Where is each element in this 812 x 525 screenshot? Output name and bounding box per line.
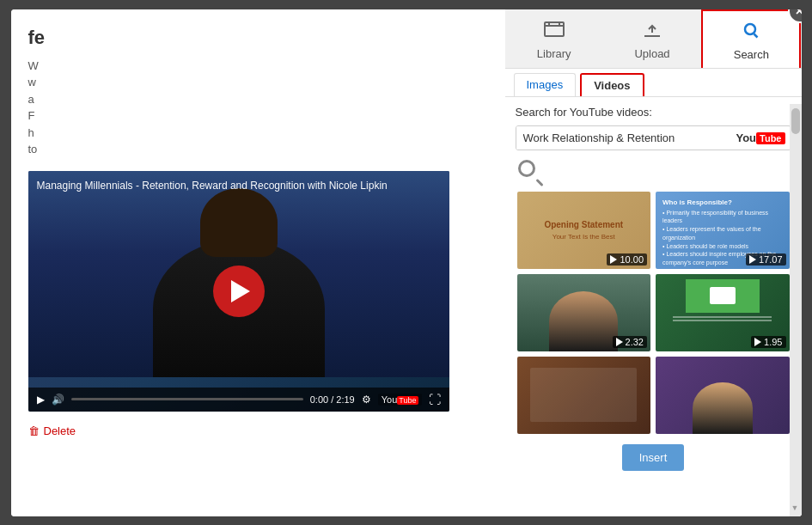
thumb4-logo [686,279,760,313]
svg-rect-0 [545,22,564,36]
play-icon [749,255,756,264]
volume-button[interactable]: 🔊 [52,394,64,406]
modal-overlay: × fe WwaFhto Managing Millennials - Rete… [0,0,812,525]
delete-button[interactable]: 🗑 Delete [28,424,488,437]
tab-bar: Library Upload [505,9,802,69]
video-result-5[interactable] [517,357,651,434]
thumb1-text2: Your Text Is the Best [553,233,615,241]
right-panel: Library Upload [505,9,802,516]
play-pause-button[interactable]: ▶ [37,394,45,406]
svg-point-1 [745,24,755,34]
insert-button[interactable]: Insert [622,444,685,471]
thumb6-person [693,382,753,434]
content-tabs: Images Videos [505,69,802,97]
fullscreen-button[interactable]: ⛶ [429,393,441,406]
video-result-6[interactable] [656,357,790,434]
video-controls: ▶ 🔊 0:00 / 2:19 ⚙ YouTube ⛶ [28,388,449,412]
video-player: Managing Millennials - Retention, Reward… [28,171,449,412]
settings-button[interactable]: ⚙ [362,394,371,406]
results-area: Opening Statement Your Text Is the Best … [516,188,791,508]
left-panel: fe WwaFhto Managing Millennials - Retent… [11,9,505,516]
search-handle [535,178,543,186]
play-icon [754,338,761,346]
results-scrollbar: ▼ [790,104,802,516]
thumb2-header: Who is Responsible? [662,198,783,206]
tab-upload-label: Upload [634,47,669,60]
person-hair [200,188,278,257]
video-result-2[interactable]: Who is Responsible? • Primarily the resp… [656,192,790,269]
search-section: Search for YouTube videos: YouTube [505,97,802,516]
video-result-3[interactable]: 2.32 [517,274,651,351]
search-submit-button[interactable] [516,157,546,188]
library-icon [542,19,566,45]
tab-search[interactable]: Search [701,9,801,68]
thumb5-content [530,368,637,422]
play-icon [616,338,623,346]
yt-you-text: You [736,131,756,144]
tab-library-label: Library [537,47,571,60]
video-result-4[interactable]: 1.95 [656,274,790,351]
scrollbar-thumb [791,108,800,134]
tab-images[interactable]: Images [514,73,577,96]
search-icon [518,160,544,186]
search-circle [518,160,535,177]
youtube-search-logo: YouTube [730,128,790,148]
tab-upload[interactable]: Upload [603,9,701,68]
thumb1-text1: Opening Statement [544,220,623,229]
search-label: Search for YouTube videos: [516,106,791,119]
page-title: fe [28,27,488,49]
play-button[interactable] [213,266,265,317]
thumb4-duration: 1.95 [751,336,785,348]
body-text: WwaFhto [28,58,488,158]
modal: × fe WwaFhto Managing Millennials - Rete… [11,9,802,516]
tab-library[interactable]: Library [505,9,603,68]
time-display: 0:00 / 2:19 [310,394,355,405]
thumb3-person [549,291,618,351]
results-grid: Opening Statement Your Text Is the Best … [516,188,791,437]
thumb3-duration: 2.32 [613,336,647,348]
search-input-container: YouTube [516,125,791,150]
video-result-1[interactable]: Opening Statement Your Text Is the Best … [517,192,651,269]
search-tab-icon [739,20,763,46]
scroll-arrow-down: ▼ [791,504,799,512]
upload-icon [640,19,664,45]
trash-icon: 🗑 [28,424,40,437]
play-icon [610,255,617,264]
tab-search-label: Search [734,48,769,61]
youtube-logo: YouTube [378,394,422,406]
progress-bar[interactable] [71,398,303,400]
video-title: Managing Millennials - Retention, Reward… [37,180,388,192]
tab-videos[interactable]: Videos [580,73,644,96]
yt-tube-text: Tube [756,132,785,144]
thumb1-duration: 10.00 [607,253,647,266]
thumb2-duration: 17.07 [746,253,786,266]
search-input[interactable] [516,126,731,150]
